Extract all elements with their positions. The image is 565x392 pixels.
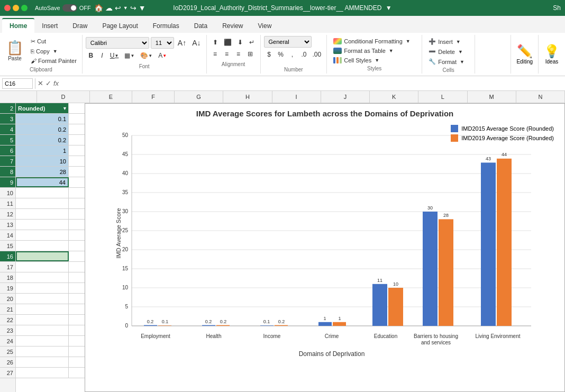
- cell-d16[interactable]: [16, 251, 69, 261]
- cell-d24[interactable]: [16, 336, 69, 346]
- undo-dropdown-icon[interactable]: ▼: [123, 5, 128, 11]
- row-num-25[interactable]: 25: [0, 347, 15, 357]
- cell-d21[interactable]: [16, 304, 69, 314]
- cell-d19[interactable]: [16, 283, 69, 293]
- percent-icon[interactable]: %: [276, 49, 286, 60]
- row-num-8[interactable]: 8: [0, 167, 15, 177]
- confirm-icon[interactable]: ✓: [45, 79, 51, 87]
- row-num-4[interactable]: 4: [0, 124, 15, 135]
- row-num-5[interactable]: 5: [0, 135, 15, 145]
- bold-button[interactable]: B: [86, 50, 96, 61]
- number-format-select[interactable]: General: [264, 36, 312, 48]
- row-num-13[interactable]: 13: [0, 220, 15, 230]
- row-num-2[interactable]: 2: [0, 103, 15, 114]
- col-header-g[interactable]: G: [175, 91, 223, 103]
- col-header-l[interactable]: L: [418, 91, 467, 103]
- cell-d5[interactable]: 0.2: [16, 135, 69, 145]
- undo-icon[interactable]: ↩: [115, 4, 121, 12]
- row-num-6[interactable]: 6: [0, 145, 15, 156]
- font-size-select[interactable]: 11: [151, 37, 174, 49]
- decrease-decimal-icon[interactable]: .0: [299, 49, 309, 60]
- tab-review[interactable]: Review: [215, 19, 250, 33]
- formula-function-icon[interactable]: fx: [53, 79, 59, 87]
- col-header-i[interactable]: I: [272, 91, 321, 103]
- align-center-icon[interactable]: ≡: [222, 49, 232, 59]
- cell-styles-button[interactable]: Cell Styles ▼: [330, 56, 418, 65]
- cell-d27[interactable]: [16, 368, 69, 378]
- accounting-icon[interactable]: $: [264, 49, 275, 60]
- row-num-27[interactable]: 27: [0, 368, 15, 378]
- col-header-k[interactable]: K: [370, 91, 418, 103]
- cell-ref-box[interactable]: C16: [2, 78, 33, 89]
- insert-button[interactable]: ➕ Insert ▼: [425, 37, 471, 46]
- font-color-button[interactable]: A▼: [156, 50, 169, 61]
- row-num-14[interactable]: 14: [0, 230, 15, 241]
- tab-draw[interactable]: Draw: [65, 19, 95, 33]
- file-dropdown-icon[interactable]: ▼: [386, 4, 392, 12]
- col-header-d[interactable]: D: [37, 91, 90, 103]
- cell-d20[interactable]: [16, 294, 69, 304]
- increase-decimal-icon[interactable]: .00: [311, 49, 324, 60]
- font-name-select[interactable]: Calibri: [86, 37, 149, 49]
- row-num-16[interactable]: 16: [0, 251, 15, 262]
- format-button[interactable]: 🔧 Format ▼: [425, 57, 471, 66]
- increase-font-icon[interactable]: A↑: [176, 38, 188, 48]
- cell-d2[interactable]: Rounded) ▼: [16, 103, 69, 113]
- row-num-10[interactable]: 10: [0, 188, 15, 198]
- cloud-icon[interactable]: ☁: [105, 4, 113, 12]
- row-num-19[interactable]: 19: [0, 283, 15, 294]
- ideas-group[interactable]: 💡 Ideas: [538, 35, 565, 74]
- cell-d10[interactable]: [16, 188, 69, 198]
- cell-d8[interactable]: 28: [16, 167, 69, 177]
- cell-d13[interactable]: [16, 220, 69, 230]
- redo-icon[interactable]: ↪: [130, 4, 136, 12]
- tab-data[interactable]: Data: [187, 19, 215, 33]
- cell-d15[interactable]: [16, 241, 69, 251]
- merge-center-icon[interactable]: ⊞: [245, 49, 256, 59]
- row-num-26[interactable]: 26: [0, 357, 15, 368]
- cell-d4[interactable]: 0.2: [16, 124, 69, 134]
- paste-button[interactable]: 📋 Paste: [3, 38, 26, 64]
- minimize-button[interactable]: [13, 5, 19, 11]
- decrease-font-icon[interactable]: A↓: [190, 38, 203, 48]
- row-num-17[interactable]: 17: [0, 262, 15, 272]
- home-icon[interactable]: 🏠: [94, 4, 103, 12]
- row-num-24[interactable]: 24: [0, 336, 15, 347]
- wrap-text-icon[interactable]: ↵: [247, 37, 257, 48]
- cell-d12[interactable]: [16, 209, 69, 219]
- cell-d26[interactable]: [16, 357, 69, 367]
- align-left-icon[interactable]: ≡: [210, 49, 221, 59]
- row-num-18[interactable]: 18: [0, 272, 15, 283]
- copy-button[interactable]: ⎘ Copy ▼: [29, 47, 79, 56]
- row-num-21[interactable]: 21: [0, 304, 15, 315]
- row-num-23[interactable]: 23: [0, 325, 15, 336]
- conditional-formatting-button[interactable]: Conditional Formatting ▼: [330, 37, 418, 45]
- dropdown-btn[interactable]: ▼: [62, 106, 67, 111]
- col-header-j[interactable]: J: [321, 91, 370, 103]
- cell-d22[interactable]: [16, 315, 69, 325]
- underline-button[interactable]: U▼: [108, 50, 121, 61]
- cell-d25[interactable]: [16, 347, 69, 357]
- close-button[interactable]: [4, 5, 11, 11]
- cell-d6[interactable]: 1: [16, 145, 69, 156]
- fill-color-button[interactable]: 🎨▼: [138, 50, 154, 61]
- cell-d11[interactable]: [16, 198, 69, 208]
- cell-d23[interactable]: [16, 325, 69, 335]
- col-header-f[interactable]: F: [132, 91, 175, 103]
- editing-group[interactable]: ✏️ Editing: [511, 35, 538, 74]
- align-middle-icon[interactable]: ⬛: [222, 37, 234, 48]
- cell-d14[interactable]: [16, 230, 69, 240]
- col-header-n[interactable]: N: [516, 91, 565, 103]
- tab-view[interactable]: View: [251, 19, 279, 33]
- row-num-22[interactable]: 22: [0, 315, 15, 325]
- cell-d18[interactable]: [16, 272, 69, 282]
- row-num-12[interactable]: 12: [0, 209, 15, 220]
- cell-d3[interactable]: 0.1: [16, 114, 69, 124]
- row-num-3[interactable]: 3: [0, 114, 15, 124]
- row-num-11[interactable]: 11: [0, 198, 15, 209]
- maximize-button[interactable]: [21, 5, 28, 11]
- row-num-20[interactable]: 20: [0, 294, 15, 304]
- delete-button[interactable]: ➖ Delete ▼: [425, 47, 471, 56]
- italic-button[interactable]: I: [97, 50, 107, 61]
- tab-formulas[interactable]: Formulas: [145, 19, 187, 33]
